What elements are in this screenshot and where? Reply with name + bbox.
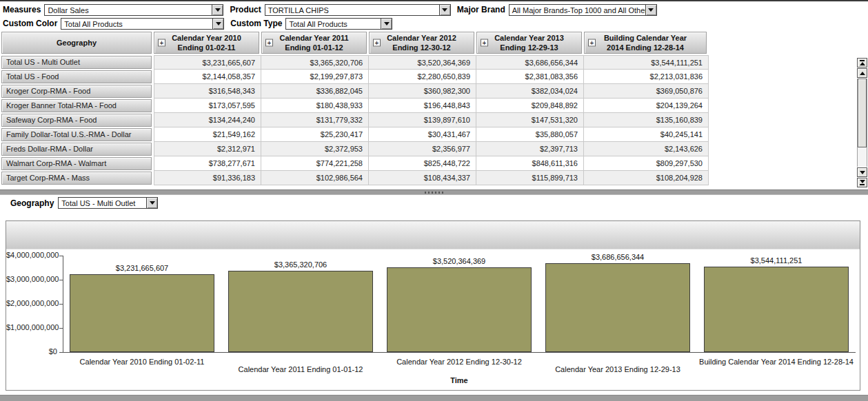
value-cell: $134,244,240 — [154, 113, 261, 127]
y-axis-tick-mark — [59, 328, 63, 329]
geography-cell[interactable]: Family Dollar-Total U.S.-RMA - Dollar — [1, 128, 152, 141]
y-axis-tick-mark — [59, 280, 63, 280]
geography-label: Geography — [10, 198, 54, 208]
geography-cell[interactable]: Total US - Multi Outlet — [1, 56, 152, 69]
column-header-label: Calendar Year 2011Ending 01-01-12 — [279, 33, 348, 52]
product-label: Product — [230, 5, 261, 14]
bar-value-label: $3,365,320,706 — [228, 260, 373, 269]
value-cell: $809,297,530 — [584, 156, 709, 171]
custom-type-dropdown[interactable]: Total All Products — [285, 18, 392, 30]
bar-value-label: $3,520,364,369 — [387, 257, 532, 265]
measures-dropdown[interactable]: Dollar Sales — [44, 4, 223, 16]
value-cell: $825,448,722 — [369, 156, 476, 171]
scroll-down-button[interactable] — [857, 167, 867, 177]
expand-plus-icon[interactable]: + — [481, 39, 488, 47]
geography-selector-row: Geography Total US - Multi Outlet — [10, 197, 164, 209]
geography-cell[interactable]: Kroger Banner Total-RMA - Food — [1, 99, 152, 112]
custom-color-dropdown-value: Total All Products — [61, 19, 212, 29]
x-axis-category-label: Calendar Year 2012 Ending 12-30-12 — [396, 358, 522, 366]
x-axis-category-label: Calendar Year 2010 Ending 01-02-11 — [80, 358, 205, 366]
scrollbar-track[interactable] — [857, 79, 867, 167]
grid-body: Total US - Multi Outlet$3,231,665,607$3,… — [1, 55, 709, 185]
grid-vertical-scrollbar[interactable] — [857, 58, 867, 188]
value-cell: $40,245,141 — [584, 127, 709, 142]
grid-header-row: Geography+Calendar Year 2010Ending 01-02… — [1, 32, 709, 54]
scroll-to-top-button[interactable] — [857, 58, 867, 68]
chevron-down-icon[interactable] — [645, 5, 656, 15]
arrow-down-icon — [860, 180, 865, 183]
column-header-label: Building Calendar Year2014 Ending 12-28-… — [604, 33, 687, 52]
column-header-building-calendar-year[interactable]: +Building Calendar Year2014 Ending 12-28… — [584, 32, 707, 54]
table-row: Total US - Multi Outlet$3,231,665,607$3,… — [1, 55, 709, 70]
column-header-calendar-year-2010[interactable]: +Calendar Year 2010Ending 01-02-11 — [154, 32, 259, 54]
value-cell: $3,520,364,369 — [369, 55, 476, 70]
expand-plus-icon[interactable]: + — [158, 39, 165, 47]
column-header-calendar-year-2012[interactable]: +Calendar Year 2012Ending 12-30-12 — [369, 32, 474, 54]
geography-column-header[interactable]: Geography — [1, 32, 152, 54]
value-cell: $2,143,626 — [584, 142, 709, 156]
table-row: Freds Dollar-RMA - Dollar$2,312,971$2,37… — [1, 142, 709, 156]
x-axis-category-label: Calendar Year 2013 Ending 12-29-13 — [555, 365, 680, 373]
custom-color-dropdown[interactable]: Total All Products — [61, 18, 224, 30]
bottom-status-strip — [0, 395, 868, 401]
column-header-calendar-year-2011[interactable]: +Calendar Year 2011Ending 01-01-12 — [261, 32, 367, 54]
arrow-up-icon — [860, 62, 865, 65]
scroll-to-bottom-button[interactable] — [857, 178, 867, 187]
chevron-down-icon[interactable] — [212, 19, 223, 29]
value-cell: $30,431,467 — [369, 127, 476, 142]
value-cell: $180,438,933 — [261, 99, 369, 113]
custom-type-dropdown-value: Total All Products — [286, 19, 381, 29]
toolbar-row-2: Custom ColorTotal All ProductsCustom Typ… — [0, 17, 868, 30]
y-axis-tick-mark — [59, 256, 63, 256]
horizontal-splitter[interactable] — [0, 189, 868, 195]
y-axis — [63, 256, 63, 353]
column-header-calendar-year-2013[interactable]: +Calendar Year 2013Ending 12-29-13 — [476, 32, 582, 54]
y-axis-tick-mark — [59, 352, 63, 353]
value-cell: $108,434,337 — [369, 171, 476, 185]
scroll-to-bottom-bar — [860, 184, 865, 185]
expand-plus-icon[interactable]: + — [265, 39, 273, 47]
value-cell: $316,548,343 — [154, 84, 261, 99]
value-cell: $3,686,656,344 — [476, 55, 584, 70]
x-axis — [63, 352, 856, 353]
splitter-grip-icon — [425, 192, 444, 194]
value-cell: $3,544,111,251 — [584, 55, 709, 70]
value-cell: $102,986,564 — [261, 171, 369, 185]
value-cell: $25,230,417 — [261, 127, 369, 142]
bar — [545, 263, 690, 352]
chevron-down-icon[interactable] — [439, 5, 450, 15]
scrollbar-thumb[interactable] — [858, 79, 867, 147]
geography-cell[interactable]: Freds Dollar-RMA - Dollar — [1, 143, 152, 156]
expand-plus-icon[interactable]: + — [588, 39, 596, 47]
toolbar-row-1: MeasuresDollar SalesProductTORTILLA CHIP… — [0, 3, 868, 16]
chevron-down-icon[interactable] — [381, 19, 392, 29]
geography-cell[interactable]: Safeway Corp-RMA - Food — [1, 114, 152, 127]
table-row: Target Corp-RMA - Mass$91,336,183$102,98… — [1, 171, 709, 185]
geography-dropdown[interactable]: Total US - Multi Outlet — [58, 197, 158, 209]
chevron-down-icon[interactable] — [146, 198, 157, 208]
geography-cell[interactable]: Total US - Food — [1, 70, 152, 83]
custom-type-label: Custom Type — [230, 19, 282, 28]
chart-panel: Time $0$1,000,000,000$2,000,000,000$3,00… — [6, 220, 860, 391]
geography-cell[interactable]: Walmart Corp-RMA - Walmart — [1, 157, 152, 170]
value-cell: $204,139,264 — [584, 99, 709, 113]
table-row: Kroger Corp-RMA - Food$316,548,343$336,8… — [1, 84, 709, 99]
table-row: Family Dollar-Total U.S.-RMA - Dollar$21… — [1, 127, 709, 142]
value-cell: $2,381,083,356 — [476, 70, 584, 84]
value-cell: $738,277,671 — [154, 156, 261, 171]
value-cell: $2,397,713 — [476, 142, 584, 156]
expand-plus-icon[interactable]: + — [373, 39, 381, 47]
value-cell: $2,280,650,839 — [369, 70, 476, 84]
value-cell: $360,982,300 — [369, 84, 476, 99]
major-brand-dropdown[interactable]: All Major Brands-Top 1000 and All Other — [509, 4, 657, 16]
value-cell: $21,549,162 — [154, 127, 261, 142]
table-row: Safeway Corp-RMA - Food$134,244,240$131,… — [1, 113, 709, 127]
geography-cell[interactable]: Kroger Corp-RMA - Food — [1, 85, 152, 98]
geography-cell[interactable]: Target Corp-RMA - Mass — [1, 172, 152, 185]
product-dropdown[interactable]: TORTILLA CHIPS — [265, 4, 451, 16]
data-grid: Geography+Calendar Year 2010Ending 01-02… — [1, 32, 709, 185]
value-cell: $848,611,316 — [476, 156, 584, 171]
scroll-up-button[interactable] — [857, 68, 867, 78]
chart-header-strip — [6, 221, 860, 249]
chevron-down-icon[interactable] — [212, 5, 223, 15]
